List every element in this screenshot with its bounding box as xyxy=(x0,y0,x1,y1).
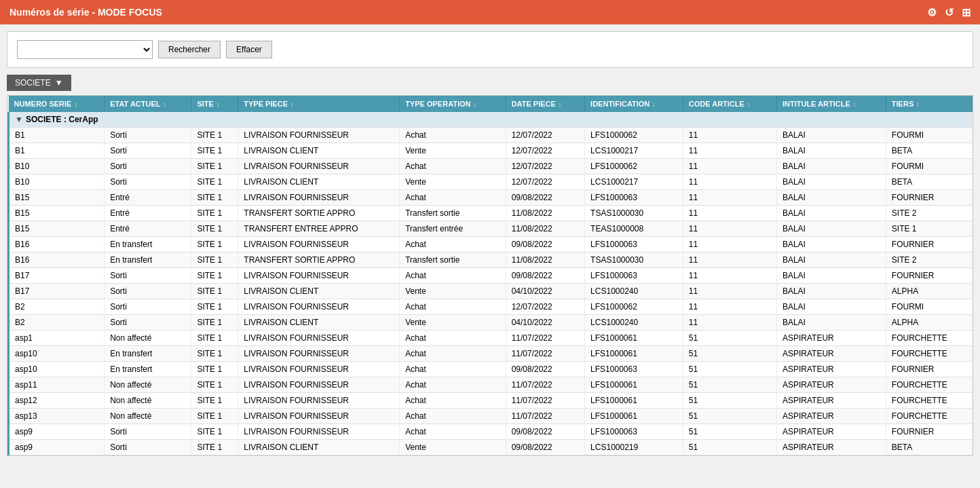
table-row[interactable]: B15EntréSITE 1TRANSFERT ENTREE APPROTran… xyxy=(9,221,973,237)
cell-site: SITE 1 xyxy=(191,143,238,159)
grid-icon[interactable]: ⊞ xyxy=(962,6,970,19)
table-row[interactable]: asp1Non affectéSITE 1LIVRAISON FOURNISSE… xyxy=(9,331,973,346)
cell-site: SITE 1 xyxy=(191,315,238,331)
cell-code_article: 11 xyxy=(683,143,776,159)
cell-numero_serie: B2 xyxy=(9,315,105,331)
refresh-icon[interactable]: ↺ xyxy=(945,6,954,19)
table-wrapper: NUMERO SERIE↕ETAT ACTUEL↕SITE↕TYPE PIECE… xyxy=(7,95,973,456)
cell-identification: LCS1000217 xyxy=(585,174,683,190)
cell-numero_serie: asp9 xyxy=(9,424,105,440)
table-row[interactable]: B16En transfertSITE 1LIVRAISON FOURNISSE… xyxy=(9,237,973,252)
table-row[interactable]: B1SortiSITE 1LIVRAISON FOURNISSEURAchat1… xyxy=(9,128,973,143)
cell-intitule_article: BALAI xyxy=(776,190,886,206)
cell-identification: LCS1000217 xyxy=(585,143,683,159)
collapse-arrow[interactable]: ▼ xyxy=(15,115,23,124)
col-header-date_piece[interactable]: DATE PIECE↕ xyxy=(506,96,584,112)
table-row[interactable]: asp9SortiSITE 1LIVRAISON CLIENTVente09/0… xyxy=(9,440,973,455)
cell-site: SITE 1 xyxy=(191,362,238,377)
cell-type_piece: LIVRAISON CLIENT xyxy=(238,174,400,190)
col-header-intitule_article[interactable]: INTITULE ARTICLE↕ xyxy=(776,96,886,112)
group-row[interactable]: ▼SOCIETE : CerApp xyxy=(9,112,973,128)
cell-site: SITE 1 xyxy=(191,377,238,393)
cell-etat_actuel: En transfert xyxy=(105,346,191,362)
table-row[interactable]: asp13Non affectéSITE 1LIVRAISON FOURNISS… xyxy=(9,409,973,424)
table-row[interactable]: B10SortiSITE 1LIVRAISON CLIENTVente12/07… xyxy=(9,174,973,190)
cell-date_piece: 11/08/2022 xyxy=(506,221,584,237)
table-header: NUMERO SERIE↕ETAT ACTUEL↕SITE↕TYPE PIECE… xyxy=(9,96,973,112)
table-row[interactable]: B2SortiSITE 1LIVRAISON FOURNISSEURAchat1… xyxy=(9,299,973,315)
col-header-numero_serie[interactable]: NUMERO SERIE↕ xyxy=(9,96,105,112)
cell-etat_actuel: Non affecté xyxy=(105,377,191,393)
sort-icon: ↕ xyxy=(290,101,294,108)
cell-code_article: 11 xyxy=(683,190,776,206)
col-header-tiers[interactable]: TIERS↕ xyxy=(886,96,972,112)
settings-icon[interactable]: ⚙ xyxy=(927,6,937,19)
col-header-etat_actuel[interactable]: ETAT ACTUEL↕ xyxy=(105,96,191,112)
cell-intitule_article: ASPIRATEUR xyxy=(776,440,886,455)
cell-intitule_article: ASPIRATEUR xyxy=(776,362,886,377)
page-title: Numéros de série - MODE FOCUS xyxy=(10,7,162,18)
cell-tiers: FOURMI xyxy=(886,299,972,315)
table-row[interactable]: B15EntréSITE 1TRANSFERT SORTIE APPROTran… xyxy=(9,206,973,221)
cell-type_operation: Achat xyxy=(400,237,506,252)
cell-type_piece: LIVRAISON CLIENT xyxy=(238,143,400,159)
col-header-site[interactable]: SITE↕ xyxy=(191,96,238,112)
table-row[interactable]: asp9SortiSITE 1LIVRAISON FOURNISSEURAcha… xyxy=(9,424,973,440)
clear-button[interactable]: Effacer xyxy=(226,41,272,58)
table-row[interactable]: asp11Non affectéSITE 1LIVRAISON FOURNISS… xyxy=(9,377,973,393)
table-row[interactable]: B16En transfertSITE 1TRANSFERT SORTIE AP… xyxy=(9,252,973,268)
cell-tiers: FOURCHETTE xyxy=(886,409,972,424)
cell-tiers: BETA xyxy=(886,174,972,190)
col-header-type_operation[interactable]: TYPE OPERATION↕ xyxy=(400,96,506,112)
table-row[interactable]: B15EntréSITE 1LIVRAISON FOURNISSEURAchat… xyxy=(9,190,973,206)
sort-icon: ↕ xyxy=(747,101,751,108)
cell-date_piece: 11/07/2022 xyxy=(506,331,584,346)
table-row[interactable]: asp12Non affectéSITE 1LIVRAISON FOURNISS… xyxy=(9,393,973,409)
cell-site: SITE 1 xyxy=(191,393,238,409)
cell-etat_actuel: Sorti xyxy=(105,159,191,174)
cell-code_article: 51 xyxy=(683,331,776,346)
sort-icon: ↕ xyxy=(916,101,920,108)
cell-date_piece: 09/08/2022 xyxy=(506,268,584,284)
table-row[interactable]: B17SortiSITE 1LIVRAISON CLIENTVente04/10… xyxy=(9,284,973,299)
table-row[interactable]: B1SortiSITE 1LIVRAISON CLIENTVente12/07/… xyxy=(9,143,973,159)
cell-site: SITE 1 xyxy=(191,128,238,143)
cell-tiers: BETA xyxy=(886,143,972,159)
search-button[interactable]: Rechercher xyxy=(158,41,221,58)
cell-tiers: ALPHA xyxy=(886,284,972,299)
cell-code_article: 51 xyxy=(683,409,776,424)
cell-site: SITE 1 xyxy=(191,409,238,424)
cell-date_piece: 12/07/2022 xyxy=(506,299,584,315)
cell-numero_serie: B17 xyxy=(9,284,105,299)
cell-site: SITE 1 xyxy=(191,284,238,299)
cell-date_piece: 04/10/2022 xyxy=(506,284,584,299)
cell-code_article: 11 xyxy=(683,159,776,174)
cell-code_article: 11 xyxy=(683,128,776,143)
cell-site: SITE 1 xyxy=(191,299,238,315)
cell-intitule_article: BALAI xyxy=(776,252,886,268)
col-header-type_piece[interactable]: TYPE PIECE↕ xyxy=(238,96,400,112)
search-select[interactable] xyxy=(17,40,153,59)
societe-button[interactable]: SOCIETE ▼ xyxy=(7,75,71,91)
cell-etat_actuel: Sorti xyxy=(105,299,191,315)
cell-tiers: FOURNIER xyxy=(886,268,972,284)
col-header-code_article[interactable]: CODE ARTICLE↕ xyxy=(683,96,776,112)
table-row[interactable]: B10SortiSITE 1LIVRAISON FOURNISSEURAchat… xyxy=(9,159,973,174)
cell-intitule_article: BALAI xyxy=(776,315,886,331)
cell-type_operation: Achat xyxy=(400,299,506,315)
table-row[interactable]: asp10En transfertSITE 1LIVRAISON FOURNIS… xyxy=(9,362,973,377)
cell-date_piece: 09/08/2022 xyxy=(506,424,584,440)
cell-identification: LFS1000061 xyxy=(585,409,683,424)
cell-tiers: FOURNIER xyxy=(886,362,972,377)
cell-identification: LFS1000063 xyxy=(585,190,683,206)
table-row[interactable]: B17SortiSITE 1LIVRAISON FOURNISSEURAchat… xyxy=(9,268,973,284)
table-row[interactable]: asp10En transfertSITE 1LIVRAISON FOURNIS… xyxy=(9,346,973,362)
cell-numero_serie: B1 xyxy=(9,143,105,159)
col-header-identification[interactable]: IDENTIFICATION↕ xyxy=(585,96,683,112)
cell-numero_serie: asp12 xyxy=(9,393,105,409)
table-row[interactable]: B2SortiSITE 1LIVRAISON CLIENTVente04/10/… xyxy=(9,315,973,331)
cell-intitule_article: BALAI xyxy=(776,299,886,315)
cell-numero_serie: asp10 xyxy=(9,362,105,377)
header-row: NUMERO SERIE↕ETAT ACTUEL↕SITE↕TYPE PIECE… xyxy=(9,96,973,112)
cell-identification: TSAS1000030 xyxy=(585,252,683,268)
